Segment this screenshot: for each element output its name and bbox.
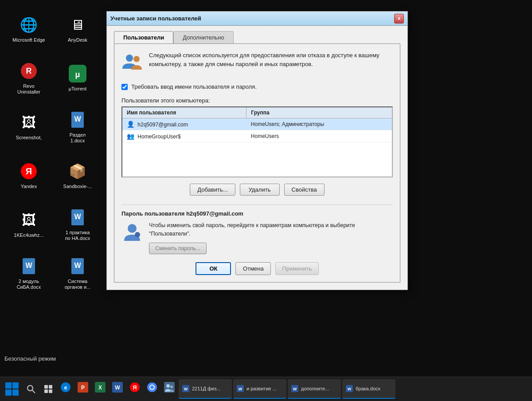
razdel-label: Раздел1.docx — [70, 132, 86, 144]
svg-text:P: P — [81, 385, 85, 391]
table-row[interactable]: 👥 HomeGroupUser$ HomeUsers — [122, 130, 392, 142]
svg-text:W: W — [348, 387, 352, 391]
password-info-text: Чтобы изменить свой пароль, перейдите к … — [149, 221, 393, 254]
svg-text:e: e — [64, 385, 67, 391]
tab-additional[interactable]: Дополнительно — [173, 31, 234, 43]
desktop-icon-screenshot[interactable]: 🖼 Screenshot, — [4, 102, 53, 151]
taskbar-window-2211d[interactable]: W 2211Д физ... — [179, 379, 232, 399]
svg-text:W: W — [74, 213, 81, 220]
modul2-label: 2 модульСиБА.docx — [17, 279, 41, 290]
sistema-label: Системаорганов и... — [65, 279, 91, 290]
svg-point-15 — [133, 56, 140, 62]
dialog-titlebar: Учетные записи пользователей × — [107, 12, 407, 26]
taskbar-chrome-icon[interactable] — [144, 379, 160, 395]
revo-icon: R — [18, 60, 39, 82]
taskbar-window-razvitie[interactable]: W и развитие ... — [233, 379, 286, 399]
sandboxie-label: Sandboxie-... — [63, 184, 92, 189]
utorrent-label: μTorrent — [69, 86, 87, 92]
col-header-username: Имя пользователя — [122, 107, 246, 118]
desktop-icon-yandex[interactable]: Я Yandex — [4, 151, 53, 200]
user-group-cell: HomeUsers; Администраторы — [246, 118, 392, 130]
edge-icon: 🌐 — [18, 14, 39, 35]
svg-point-14 — [126, 55, 133, 62]
user-icon: 👤 — [127, 121, 134, 128]
info-section: Следующий список используется для предос… — [121, 51, 393, 76]
praktika-label: 1 практикапо НА.docx — [65, 230, 90, 241]
taskbar-window-braka[interactable]: W брака.docx — [342, 379, 395, 399]
table-row[interactable]: 👤 h2q5097@gmail.com HomeUsers; Администр… — [122, 118, 392, 130]
delete-user-button[interactable]: Удалить — [240, 184, 280, 196]
desktop-icon-praktika[interactable]: W 1 практикапо НА.docx — [53, 200, 102, 248]
apply-button[interactable]: Применить — [275, 262, 318, 275]
dialog-close-button[interactable]: × — [394, 14, 404, 24]
taskbar-yandex-icon[interactable]: Я — [127, 379, 143, 395]
desktop-icon-sistema[interactable]: W Системаорганов и... — [53, 248, 102, 297]
desktop-icon-microsoft-edge[interactable]: 🌐 Microsoft Edge — [4, 4, 53, 53]
taskbar-users-icon[interactable] — [161, 379, 177, 395]
desktop-icon-utorrent[interactable]: μ μTorrent — [53, 53, 102, 102]
require-password-label[interactable]: Требовать ввод имени пользователя и паро… — [131, 83, 257, 90]
safe-mode-text: Безопасный режим — [4, 355, 56, 362]
edge-label: Microsoft Edge — [12, 37, 45, 43]
start-button[interactable] — [2, 379, 22, 399]
sandboxie-icon: 📦 — [67, 161, 88, 182]
yandex-icon: Я — [18, 161, 39, 182]
change-password-button[interactable]: Сменить пароль... — [149, 243, 207, 254]
tab-users[interactable]: Пользователи — [114, 31, 173, 43]
password-section-title: Пароль пользователя h2q5097@gmail.com — [121, 210, 393, 217]
cancel-button[interactable]: Отмена — [235, 262, 271, 275]
user-name-cell: 👥 HomeGroupUser$ — [122, 130, 246, 142]
svg-text:W: W — [74, 115, 81, 123]
users-section-label: Пользователи этого компьютера: — [121, 97, 393, 104]
razdel-icon: W — [67, 109, 88, 130]
desktop-icon-revo[interactable]: R RevoUninstaller — [4, 53, 53, 102]
praktika-icon: W — [67, 207, 88, 228]
desktop-icon-razdel[interactable]: W Раздел1.docx — [53, 102, 102, 151]
taskbar-excel-icon[interactable]: X — [92, 379, 108, 395]
user-icon: 👥 — [127, 133, 134, 140]
taskbar-open-windows: e P X W — [58, 379, 530, 399]
modul2-icon: W — [18, 256, 39, 277]
taskbar-edge-icon[interactable]: e — [58, 379, 74, 395]
sistema-icon: W — [67, 256, 88, 277]
col-header-group: Группа — [246, 107, 392, 118]
tab-content-users: Следующий список используется для предос… — [114, 43, 400, 283]
svg-point-38 — [166, 384, 170, 388]
utorrent-icon: μ — [67, 63, 88, 84]
svg-rect-22 — [44, 389, 48, 393]
users-info-icon — [121, 51, 143, 76]
properties-button[interactable]: Свойства — [284, 184, 325, 196]
svg-text:W: W — [25, 262, 32, 269]
desktop-icon-sandboxie[interactable]: 📦 Sandboxie-... — [53, 151, 102, 200]
svg-text:W: W — [239, 387, 243, 391]
require-password-row: Требовать ввод имени пользователя и паро… — [121, 83, 393, 90]
windows-logo-icon — [5, 382, 19, 396]
task-view-button[interactable] — [40, 381, 56, 397]
svg-point-17 — [135, 232, 140, 237]
require-password-checkbox[interactable] — [121, 84, 128, 90]
password-section: Пароль пользователя h2q5097@gmail.com Чт… — [121, 204, 393, 254]
taskbar: e P X W — [0, 377, 532, 401]
taskbar-powerpoint-icon[interactable]: P — [75, 379, 91, 395]
dialog-tabs: Пользователи Дополнительно — [114, 31, 400, 43]
svg-point-36 — [150, 385, 154, 389]
search-button[interactable] — [23, 381, 39, 397]
svg-rect-23 — [49, 389, 52, 393]
user-accounts-dialog: Учетные записи пользователей × Пользоват… — [106, 11, 408, 290]
svg-line-19 — [32, 390, 35, 393]
password-info: Чтобы изменить свой пароль, перейдите к … — [121, 221, 393, 254]
taskbar-window-dopolnite[interactable]: W дополните... — [288, 379, 341, 399]
user-group-cell: HomeUsers — [246, 130, 392, 142]
users-table-container: Имя пользователя Группа 👤 h2q5097@gmail.… — [121, 106, 393, 177]
desktop-icon-anydesk[interactable]: 🖥 AnyDesk — [53, 4, 102, 53]
taskbar-word-icon[interactable]: W — [110, 379, 125, 395]
desktop-icon-modul2[interactable]: W 2 модульСиБА.docx — [4, 248, 53, 297]
desktop-icon-1kec[interactable]: 🖼 1KEc4uwhz... — [4, 200, 53, 248]
svg-rect-20 — [44, 385, 48, 389]
anydesk-label: AnyDesk — [68, 37, 87, 43]
dialog-content: Пользователи Дополнительно Следую — [107, 26, 407, 290]
svg-point-18 — [27, 385, 33, 391]
add-user-button[interactable]: Добавить... — [190, 184, 235, 196]
ok-button[interactable]: ОК — [196, 262, 231, 275]
info-description: Следующий список используется для предос… — [149, 51, 393, 68]
